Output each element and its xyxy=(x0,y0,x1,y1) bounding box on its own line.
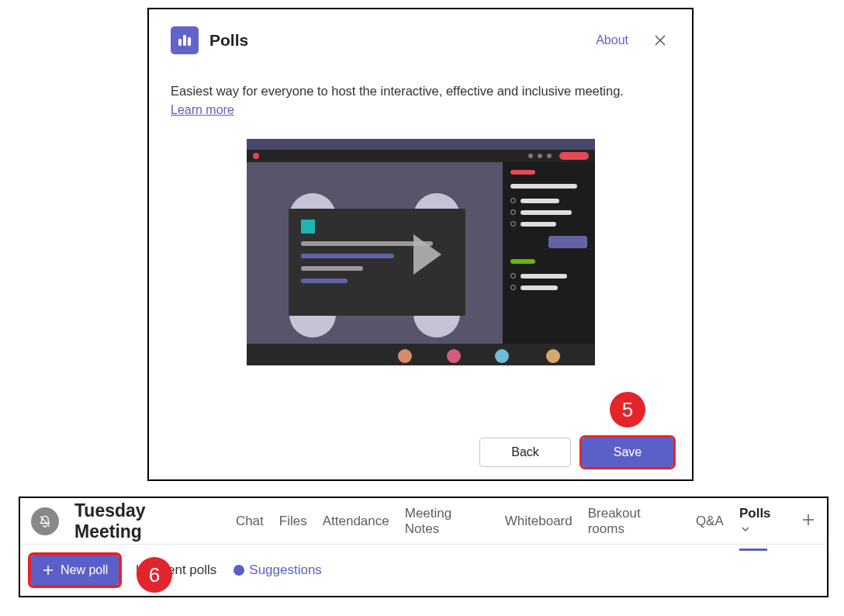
about-link[interactable]: About xyxy=(596,33,628,47)
add-tab-button[interactable] xyxy=(801,512,816,531)
tab-qa[interactable]: Q&A xyxy=(696,514,724,529)
suggestions-link[interactable]: Suggestions xyxy=(233,562,322,578)
close-icon xyxy=(653,33,667,47)
svg-rect-1 xyxy=(183,35,186,46)
suggestions-label: Suggestions xyxy=(249,562,322,578)
dialog-header: Polls About xyxy=(171,26,670,54)
video-preview[interactable] xyxy=(247,139,595,365)
play-icon xyxy=(413,234,441,275)
tab-polls[interactable]: Polls xyxy=(739,506,785,537)
tab-meeting-notes[interactable]: Meeting Notes xyxy=(405,506,489,537)
dialog-footer: Back Save xyxy=(479,438,673,467)
tab-attendance[interactable]: Attendance xyxy=(323,514,389,529)
chevron-down-icon xyxy=(741,524,750,534)
tab-files[interactable]: Files xyxy=(279,514,307,529)
save-button[interactable]: Save xyxy=(582,438,673,467)
dialog-description: Easiest way for everyone to host the int… xyxy=(171,82,670,100)
mute-notifications-button[interactable] xyxy=(31,507,59,535)
new-poll-button[interactable]: New poll xyxy=(31,555,119,585)
bell-off-icon xyxy=(37,514,53,529)
tabbar-top: Tuesday Meeting Chat Files Attendance Me… xyxy=(20,498,827,545)
back-button[interactable]: Back xyxy=(479,438,571,467)
polls-icon xyxy=(171,26,199,54)
lightbulb-icon xyxy=(233,565,244,576)
new-poll-label: New poll xyxy=(61,563,108,577)
learn-more-link[interactable]: Learn more xyxy=(171,103,234,117)
svg-rect-2 xyxy=(188,37,191,46)
tab-breakout-rooms[interactable]: Breakout rooms xyxy=(588,506,680,537)
dialog-title: Polls xyxy=(209,31,585,50)
plus-icon xyxy=(801,512,816,528)
svg-rect-0 xyxy=(178,39,182,46)
plus-icon xyxy=(42,564,54,576)
step-callout-6: 6 xyxy=(137,557,172,593)
meeting-title: Tuesday Meeting xyxy=(74,500,217,542)
step-callout-5: 5 xyxy=(610,392,645,427)
tab-whiteboard[interactable]: Whiteboard xyxy=(505,514,572,529)
close-button[interactable] xyxy=(650,30,670,50)
tab-chat[interactable]: Chat xyxy=(236,514,264,529)
tab-polls-label: Polls xyxy=(739,506,771,521)
